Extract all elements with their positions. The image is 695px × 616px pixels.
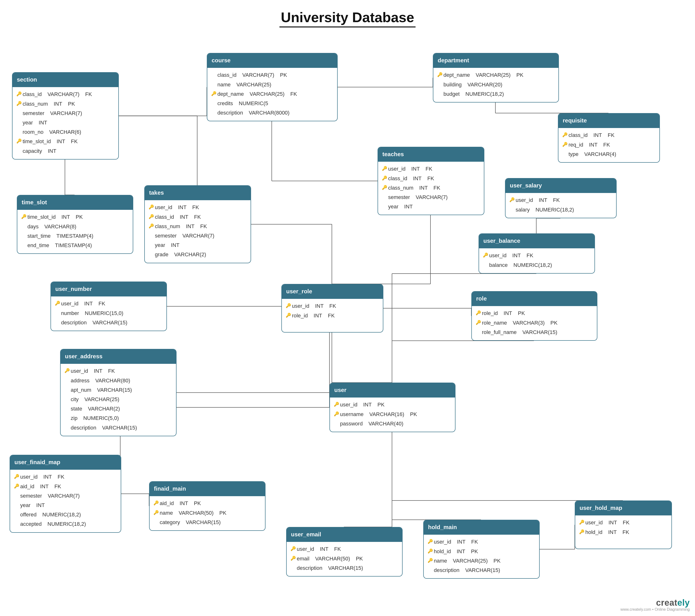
table-user_role[interactable]: user_role🔑user_idINTFK🔑role_idINTFK: [282, 284, 383, 333]
column-type: NUMERIC(15,0): [85, 309, 123, 317]
column-type: NUMERIC(18,2): [47, 520, 86, 528]
column-cells: yearINT: [20, 501, 51, 510]
column-cells: apt_numVARCHAR(15): [71, 386, 138, 394]
column-row: end_timeTIMESTAMP(4): [20, 240, 130, 250]
column-cells: hold_idINTPK: [434, 547, 478, 555]
column-row: numberNUMERIC(15,0): [54, 309, 164, 318]
table-header: user_role: [282, 284, 383, 299]
column-extra: PK: [280, 71, 287, 79]
table-user_address[interactable]: user_address🔑user_idINTFK addressVARCHAR…: [60, 349, 176, 436]
column-type: VARCHAR(7): [50, 109, 82, 117]
table-user_finaid_map[interactable]: user_finaid_map🔑user_idINTFK🔑aid_idINTFK…: [10, 455, 121, 533]
key-icon: 🔑: [427, 547, 434, 555]
key-icon: 🔑: [290, 545, 297, 552]
column-extra: PK: [410, 410, 417, 418]
column-name: class_num: [22, 100, 48, 108]
table-time_slot[interactable]: time_slot🔑time_slot_idINTPK daysVARCHAR(…: [17, 195, 133, 254]
table-name: hold_main: [428, 524, 457, 530]
table-user[interactable]: user🔑user_idINTPK🔑usernameVARCHAR(16)PK …: [329, 383, 456, 432]
column-type: VARCHAR(40): [369, 419, 403, 428]
column-row: 🔑class_numINTFK: [381, 183, 481, 193]
column-name: year: [22, 118, 33, 127]
column-cells: role_full_nameVARCHAR(15): [482, 328, 563, 336]
key-icon: [210, 80, 217, 88]
column-row: 🔑hold_idINTPK: [427, 547, 536, 556]
column-type: NUMERIC(5: [239, 99, 268, 107]
column-extra: FK: [426, 165, 433, 173]
table-user_number[interactable]: user_number🔑user_idINTFK numberNUMERIC(1…: [51, 282, 167, 331]
table-teaches[interactable]: teaches🔑user_idINTFK🔑class_idINTFK🔑class…: [377, 147, 484, 215]
column-extra: FK: [334, 545, 341, 553]
table-name: user_number: [55, 286, 92, 292]
column-cells: user_idINTFK: [585, 518, 630, 527]
column-row: acceptedNUMERIC(18,2): [13, 519, 118, 529]
column-type: INT: [608, 518, 617, 527]
key-icon: [436, 90, 443, 97]
key-icon: [64, 395, 71, 403]
column-extra: FK: [290, 90, 297, 98]
table-section[interactable]: section🔑class_idVARCHAR(7)FK🔑class_numIN…: [12, 72, 119, 160]
column-cells: stateVARCHAR(2): [71, 404, 126, 413]
table-name: department: [438, 57, 469, 64]
column-type: INT: [186, 222, 194, 231]
table-user_salary[interactable]: user_salary🔑user_idINTFK salaryNUMERIC(1…: [505, 178, 616, 218]
key-icon: 🔑: [64, 367, 71, 374]
column-type: INT: [539, 196, 547, 204]
column-type: INT: [457, 537, 465, 546]
creately-branding: creately www.creately.com • Online Diagr…: [621, 598, 690, 612]
column-row: 🔑user_idINTPK: [333, 400, 452, 409]
column-type: VARCHAR(7): [182, 232, 214, 240]
column-name: class_id: [569, 131, 588, 139]
column-name: end_time: [28, 241, 49, 250]
column-row: 🔑user_idINTFK: [290, 544, 399, 554]
column-cells: class_idINTFK: [569, 131, 614, 139]
table-requisite[interactable]: requisite🔑class_idINTFK🔑req_idINTFK type…: [558, 113, 660, 163]
table-user_email[interactable]: user_email🔑user_idINTFK🔑emailVARCHAR(50)…: [286, 527, 403, 577]
column-cells: descriptionVARCHAR(15): [71, 423, 142, 432]
table-user_balance[interactable]: user_balance🔑user_idINTFK balanceNUMERIC…: [478, 233, 595, 273]
key-icon: [381, 193, 388, 200]
table-header: user_finaid_map: [10, 455, 121, 470]
column-cells: aid_idINTFK: [20, 482, 61, 490]
table-user_hold_map[interactable]: user_hold_map🔑user_idINTFK🔑hold_idINTFK: [575, 500, 672, 549]
column-row: yearINT: [148, 240, 248, 250]
column-row: 🔑class_numINTPK: [15, 99, 115, 109]
column-row: [285, 320, 380, 329]
column-type: VARCHAR(2): [174, 250, 206, 259]
column-row: 🔑hold_idINTFK: [578, 528, 668, 537]
table-course[interactable]: course class_idVARCHAR(7)PK nameVARCHAR(…: [207, 53, 338, 121]
column-cells: yearINT: [22, 118, 53, 127]
table-finaid_main[interactable]: finaid_main🔑aid_idINTPK🔑nameVARCHAR(50)P…: [149, 481, 266, 531]
column-extra: FK: [329, 302, 336, 310]
column-type: NUMERIC(18,2): [536, 205, 574, 214]
column-name: capacity: [22, 147, 42, 155]
table-header: user_hold_map: [575, 501, 672, 515]
column-name: year: [155, 241, 165, 249]
column-cells: user_idINTFK: [515, 196, 560, 204]
table-header: user_email: [287, 528, 402, 542]
column-cells: descriptionVARCHAR(15): [434, 566, 506, 575]
table-name: user_role: [286, 288, 312, 295]
table-takes[interactable]: takes🔑user_idINTFK🔑class_idINTFK🔑class_n…: [144, 185, 251, 263]
column-row: 🔑class_idINTFK: [148, 212, 248, 222]
column-type: INT: [39, 118, 47, 127]
table-name: requisite: [563, 117, 587, 124]
key-icon: 🔑: [210, 90, 217, 97]
table-role[interactable]: role🔑role_idINTPK🔑role_nameVARCHAR(3)PK …: [471, 291, 597, 341]
table-department[interactable]: department🔑dept_nameVARCHAR(25)PK buildi…: [433, 53, 559, 102]
column-cells: semesterVARCHAR(7): [388, 193, 453, 201]
key-icon: 🔑: [54, 299, 61, 307]
column-name: hold_id: [434, 547, 451, 555]
table-name: teaches: [383, 151, 404, 157]
table-header: role: [472, 292, 597, 306]
key-icon: [152, 518, 160, 526]
column-type: INT: [593, 131, 602, 139]
column-name: time_slot_id: [22, 137, 51, 146]
column-type: VARCHAR(25): [476, 71, 511, 79]
column-type: VARCHAR(50): [179, 509, 214, 517]
column-row: typeVARCHAR(4): [561, 149, 657, 159]
column-row: 🔑user_idINTFK: [285, 301, 380, 311]
table-hold_main[interactable]: hold_main🔑user_idINTFK🔑hold_idINTPK🔑name…: [423, 520, 540, 579]
column-row: 🔑class_numINTFK: [148, 222, 248, 231]
column-cells: role_idINTFK: [292, 311, 335, 320]
